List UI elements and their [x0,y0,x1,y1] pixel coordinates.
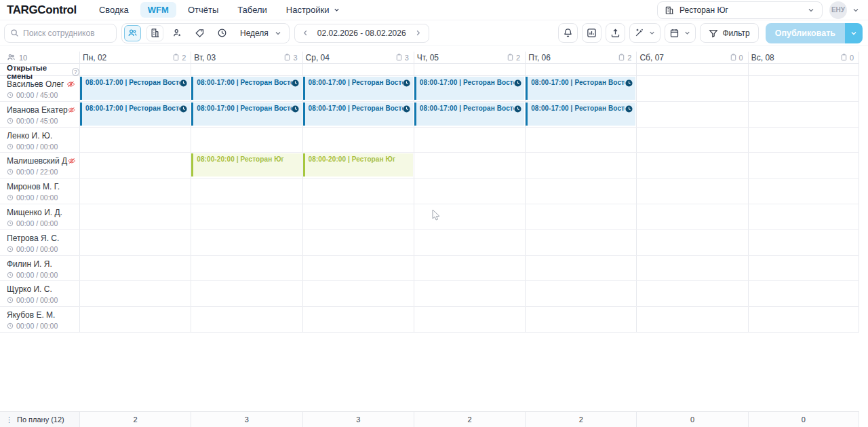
schedule-cell[interactable] [414,307,525,332]
schedule-cell[interactable] [636,179,747,204]
schedule-cell[interactable] [636,153,747,178]
schedule-cell[interactable] [748,307,859,332]
shift-block[interactable]: 08:00-17:00 | Ресторан Восток [191,103,301,126]
schedule-cell[interactable] [79,153,191,178]
shift-block[interactable]: 08:00-17:00 | Ресторан Восток [80,103,190,126]
schedule-cell[interactable] [636,76,747,101]
schedule-cell[interactable] [748,281,859,306]
schedule-cell[interactable] [191,204,302,229]
nav-item-табели[interactable]: Табели [230,2,275,18]
schedule-cell[interactable] [525,307,636,332]
schedule-cell[interactable]: 08:00-20:00 | Ресторан Юг [302,153,414,178]
schedule-cell[interactable] [636,256,747,281]
schedule-cell[interactable] [191,230,302,255]
schedule-cell[interactable] [414,230,525,255]
help-icon[interactable]: ? [72,68,79,76]
shift-block[interactable]: 08:00-17:00 | Ресторан Восток [80,77,190,100]
user-menu[interactable]: ЕНУ [829,1,860,19]
schedule-cell[interactable] [636,307,747,332]
auto-schedule-button[interactable] [629,23,660,43]
shift-block[interactable]: 08:00-17:00 | Ресторан Восток [303,77,413,100]
schedule-cell[interactable]: 08:00-17:00 | Ресторан Восток [525,102,636,127]
schedule-cell[interactable] [302,256,414,281]
schedule-cell[interactable] [636,128,747,153]
schedule-cell[interactable] [636,281,747,306]
nav-item-настройки[interactable]: Настройки [279,2,348,18]
schedule-cell[interactable] [191,307,302,332]
employee-cell[interactable]: Васильев Олег00:00 / 45:00 [0,76,79,101]
schedule-cell[interactable] [191,128,302,153]
statistics-button[interactable] [582,23,601,43]
shift-block[interactable]: 08:00-17:00 | Ресторан Восток [414,77,524,100]
employee-cell[interactable]: Филин И. Я.00:00 / 00:00 [0,256,79,281]
schedule-cell[interactable]: 08:00-17:00 | Ресторан Восток [79,76,191,101]
schedule-cell[interactable] [525,230,636,255]
schedule-cell[interactable] [191,179,302,204]
next-week-button[interactable] [414,29,422,37]
schedule-cell[interactable] [79,281,191,306]
schedule-cell[interactable] [414,256,525,281]
schedule-cell[interactable] [748,204,859,229]
schedule-cell[interactable] [79,204,191,229]
schedule-cell[interactable]: 08:00-17:00 | Ресторан Восток [414,102,525,127]
shift-block[interactable]: 08:00-17:00 | Ресторан Восток [303,103,413,126]
schedule-cell[interactable] [748,128,859,153]
schedule-cell[interactable] [79,230,191,255]
schedule-cell[interactable] [414,153,525,178]
shift-block[interactable]: 08:00-20:00 | Ресторан Юг [303,153,413,177]
schedule-cell[interactable] [748,102,859,127]
employee-cell[interactable]: Щурко И. С.00:00 / 00:00 [0,281,79,306]
period-select[interactable]: Неделя [236,29,285,38]
nav-item-отчёты[interactable]: Отчёты [180,2,226,18]
schedule-cell[interactable] [302,179,414,204]
schedule-cell[interactable] [525,179,636,204]
schedule-cell[interactable] [748,153,859,178]
schedule-cell[interactable] [302,230,414,255]
employee-cell[interactable]: Мищенко И. Д.00:00 / 00:00 [0,204,79,229]
positions-button[interactable] [169,25,186,41]
schedule-cell[interactable]: 08:00-17:00 | Ресторан Восток [525,76,636,101]
schedule-cell[interactable] [302,281,414,306]
nav-item-wfm[interactable]: WFM [140,2,176,18]
schedule-cell[interactable]: 08:00-17:00 | Ресторан Восток [191,76,302,101]
schedule-cell[interactable] [748,76,859,101]
schedule-cell[interactable] [636,230,747,255]
time-button[interactable] [214,25,231,41]
publish-dropdown-button[interactable] [845,23,863,43]
schedule-cell[interactable] [191,256,302,281]
schedule-cell[interactable] [79,179,191,204]
notifications-button[interactable] [558,23,578,43]
schedule-cell[interactable]: 08:00-17:00 | Ресторан Восток [191,102,302,127]
schedule-cell[interactable]: 08:00-17:00 | Ресторан Восток [414,76,525,101]
shift-block[interactable]: 08:00-20:00 | Ресторан Юг [191,153,301,177]
employee-cell[interactable]: Якубов Е. М.00:00 / 00:00 [0,307,79,332]
schedule-cell[interactable]: 08:00-17:00 | Ресторан Восток [79,102,191,127]
schedule-cell[interactable]: 08:00-17:00 | Ресторан Восток [302,102,414,127]
employee-cell[interactable]: Иванова Екатери...00:00 / 45:00 [0,102,79,127]
nav-item-сводка[interactable]: Сводка [92,2,136,18]
schedule-cell[interactable] [302,307,414,332]
schedule-cell[interactable] [414,281,525,306]
schedule-cell[interactable] [414,204,525,229]
search-input[interactable] [23,29,111,38]
schedule-cell[interactable] [525,281,636,306]
schedule-cell[interactable] [525,204,636,229]
schedule-cell[interactable] [748,256,859,281]
export-button[interactable] [606,23,625,43]
employee-cell[interactable]: Петрова Я. С.00:00 / 00:00 [0,230,79,255]
shift-block[interactable]: 08:00-17:00 | Ресторан Восток [526,77,635,100]
tags-button[interactable] [191,25,208,41]
employee-cell[interactable]: Малишевский Д....00:00 / 22:00 [0,153,79,178]
filter-button[interactable]: Фильтр [700,23,758,43]
schedule-cell[interactable] [79,128,191,153]
departments-view-button[interactable] [146,25,163,41]
employee-cell[interactable]: Ленко И. Ю.00:00 / 00:00 [0,128,79,153]
schedule-cell[interactable]: 08:00-17:00 | Ресторан Восток [302,76,414,101]
shift-block[interactable]: 08:00-17:00 | Ресторан Восток [191,77,301,100]
schedule-cell[interactable] [302,204,414,229]
schedule-cell[interactable] [525,153,636,178]
shift-block[interactable]: 08:00-17:00 | Ресторан Восток [526,103,635,126]
schedule-cell[interactable] [302,128,414,153]
employee-search[interactable] [4,24,117,43]
shift-block[interactable]: 08:00-17:00 | Ресторан Восток [414,103,524,126]
